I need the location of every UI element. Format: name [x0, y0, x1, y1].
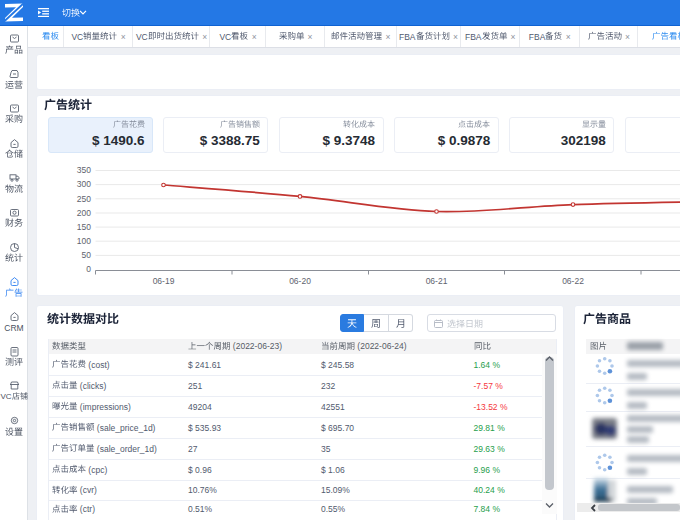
- svg-text:06-20: 06-20: [289, 276, 311, 286]
- svg-text:300: 300: [77, 179, 91, 189]
- svg-text:150: 150: [77, 222, 91, 232]
- svg-text:06-21: 06-21: [426, 276, 448, 286]
- svg-text:50: 50: [82, 250, 92, 260]
- svg-text:350: 350: [77, 165, 91, 175]
- svg-text:250: 250: [77, 194, 91, 204]
- svg-text:100: 100: [77, 236, 91, 246]
- svg-text:06-19: 06-19: [153, 276, 175, 286]
- svg-text:200: 200: [77, 208, 91, 218]
- svg-text:0: 0: [86, 264, 91, 274]
- svg-text:06-22: 06-22: [562, 276, 584, 286]
